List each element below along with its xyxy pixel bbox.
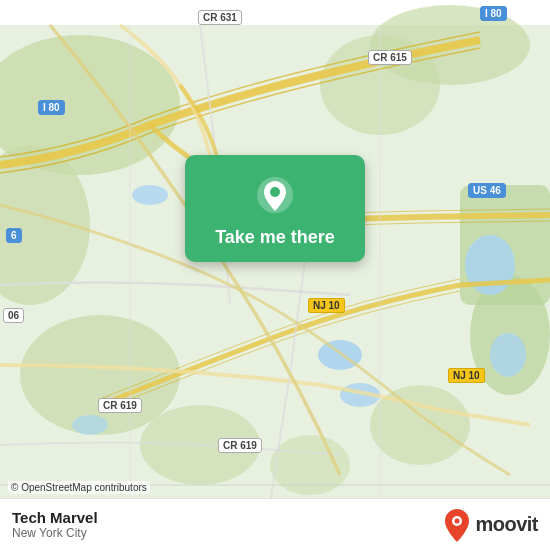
road-label-nj10-center: NJ 10 <box>308 298 345 313</box>
road-label-nj10-right: NJ 10 <box>448 368 485 383</box>
road-label-cr619-bottom: CR 619 <box>98 398 142 413</box>
moovit-logo: moovit <box>443 508 538 542</box>
map-container[interactable]: I 80 CR 631 CR 615 I 80 US 46 NJ 10 NJ 1… <box>0 0 550 550</box>
svg-point-21 <box>455 518 460 523</box>
bottom-bar: Tech Marvel New York City moovit <box>0 498 550 550</box>
road-label-us46: US 46 <box>468 183 506 198</box>
location-name: Tech Marvel <box>12 509 98 526</box>
svg-point-15 <box>490 333 526 377</box>
road-label-cr631: CR 631 <box>198 10 242 25</box>
road-label-6-left: 6 <box>6 228 22 243</box>
road-label-06-left2: 06 <box>3 308 24 323</box>
road-label-cr615: CR 615 <box>368 50 412 65</box>
map-attribution: © OpenStreetMap contributors <box>8 481 150 494</box>
svg-point-11 <box>132 185 168 205</box>
svg-point-16 <box>72 415 108 435</box>
road-label-cr619-bottom2: CR 619 <box>218 438 262 453</box>
moovit-pin-icon <box>443 508 471 542</box>
cta-card[interactable]: Take me there <box>185 155 365 262</box>
svg-point-10 <box>270 435 350 495</box>
location-info: Tech Marvel New York City <box>12 509 98 540</box>
location-city: New York City <box>12 526 98 540</box>
svg-point-19 <box>270 187 280 197</box>
location-pin-icon <box>253 173 297 217</box>
road-label-i80-top: I 80 <box>480 6 507 21</box>
road-label-i80-left: I 80 <box>38 100 65 115</box>
moovit-text: moovit <box>475 513 538 536</box>
cta-button-label: Take me there <box>215 227 335 248</box>
